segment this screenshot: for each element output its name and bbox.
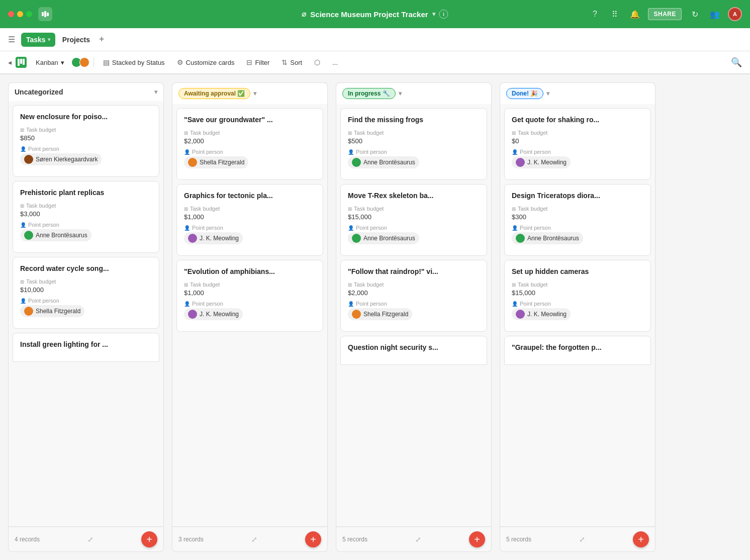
card-partial[interactable]: Install green lighting for ... [13, 333, 159, 362]
point-person-value: Shella Fitzgerald [348, 308, 480, 320]
budget-icon: ⊞ [184, 206, 188, 212]
column-header-inprogress: In progress 🔧 ▾ [336, 82, 492, 104]
task-card[interactable]: Record water cycle song... ⊞ Task budget… [13, 257, 159, 329]
share-view-button[interactable]: ⬡ [309, 56, 325, 69]
hamburger-menu[interactable]: ☰ [8, 35, 15, 44]
budget-icon: ⊞ [184, 282, 188, 288]
card-point-person-field: 👤 Point person Anne Brontësaurus [512, 225, 643, 244]
more-options-button[interactable]: ... [327, 56, 343, 69]
member-avatar-2 [79, 57, 89, 67]
task-card[interactable]: Prehistoric plant replicas ⊞ Task budget… [13, 181, 159, 253]
search-button[interactable]: 🔍 [731, 57, 742, 67]
card-partial[interactable]: Question night security s... [340, 336, 487, 365]
budget-value: $850 [20, 134, 152, 142]
tab-bar: ☰ Tasks ▾ Projects + [0, 28, 750, 51]
filter-label: Filter [255, 59, 269, 66]
records-count: 4 records [15, 536, 40, 543]
info-icon[interactable]: i [439, 10, 448, 19]
person-icon: 👤 [20, 298, 26, 304]
task-budget-label: ⊞ Task budget [512, 282, 643, 288]
point-person-label: 👤 Point person [184, 225, 316, 231]
budget-value: $3,000 [20, 210, 152, 218]
bell-icon[interactable]: 🔔 [628, 7, 642, 21]
column-chevron-icon[interactable]: ▾ [546, 90, 549, 97]
person-icon: 👤 [184, 301, 190, 307]
person-icon: 👤 [512, 301, 518, 307]
column-chevron-icon[interactable]: ▾ [253, 90, 256, 97]
task-card[interactable]: "Follow that raindrop!" vi... ⊞ Task bud… [340, 260, 487, 332]
task-card[interactable]: Design Triceratops diora... ⊞ Task budge… [504, 184, 651, 256]
grid-icon[interactable]: ⠿ [608, 7, 622, 21]
card-point-person-field: 👤 Point person J. K. Meowling [184, 225, 316, 244]
column-chevron-icon[interactable]: ▾ [399, 90, 402, 97]
person-icon: 👤 [348, 301, 354, 307]
column-footer-done: 5 records ⤢ + [500, 527, 655, 552]
people-icon[interactable]: 👥 [708, 7, 722, 21]
toolbar-collapse-icon[interactable]: ◂ [8, 58, 12, 66]
card-point-person-field: 👤 Point person Shella Fitzgerald [184, 149, 316, 168]
person-icon: 👤 [512, 149, 518, 155]
card-title: "Save our groundwater" ... [184, 116, 316, 124]
svg-rect-2 [47, 13, 49, 16]
card-title: Graphics for tectonic pla... [184, 192, 316, 200]
card-title: "Follow that raindrop!" vi... [348, 267, 480, 275]
task-card[interactable]: Set up hidden cameras ⊞ Task budget $15,… [504, 260, 651, 332]
window-title: Science Museum Project Tracker [310, 10, 428, 19]
expand-icon[interactable]: ⤢ [579, 535, 585, 543]
expand-icon[interactable]: ⤢ [415, 535, 421, 543]
close-button[interactable] [8, 11, 14, 17]
customize-cards-button[interactable]: ⚙ Customize cards [172, 56, 240, 69]
person-avatar [188, 234, 197, 243]
toolbar-divider-1 [93, 57, 94, 67]
task-card[interactable]: "Evolution of amphibians... ⊞ Task budge… [176, 260, 323, 332]
title-chevron-icon[interactable]: ▾ [432, 11, 435, 18]
point-person-value: J. K. Meowling [184, 232, 316, 244]
card-partial[interactable]: "Graupel: the forgotten p... [504, 336, 651, 365]
help-icon[interactable]: ? [588, 7, 602, 21]
maximize-button[interactable] [26, 11, 32, 17]
add-card-button[interactable]: + [469, 531, 485, 547]
card-point-person-field: 👤 Point person Anne Brontësaurus [20, 222, 152, 241]
filter-button[interactable]: ⊟ Filter [241, 56, 274, 69]
card-point-person-field: 👤 Point person Shella Fitzgerald [20, 298, 152, 317]
expand-icon[interactable]: ⤢ [251, 535, 257, 543]
card-point-person-field: 👤 Point person J. K. Meowling [512, 149, 643, 168]
point-person-value: Søren Kierkegaardvark [20, 153, 152, 165]
task-card[interactable]: New enclosure for poiso... ⊞ Task budget… [13, 105, 159, 177]
budget-value: $1,000 [184, 289, 316, 297]
task-card[interactable]: Move T-Rex skeleton ba... ⊞ Task budget … [340, 184, 487, 256]
person-avatar [24, 231, 33, 240]
stacked-icon: ▤ [103, 58, 110, 66]
stacked-by-status-button[interactable]: ▤ Stacked by Status [98, 56, 170, 69]
task-card[interactable]: Graphics for tectonic pla... ⊞ Task budg… [176, 184, 323, 256]
kanban-view-button[interactable]: Kanban ▾ [31, 56, 69, 69]
tab-tasks-chevron: ▾ [48, 37, 50, 42]
tab-add-button[interactable]: + [99, 34, 105, 45]
share-button[interactable]: SHARE [648, 8, 682, 20]
add-card-button[interactable]: + [633, 531, 649, 547]
task-card[interactable]: "Save our groundwater" ... ⊞ Task budget… [176, 108, 323, 180]
svg-rect-5 [23, 59, 25, 65]
add-card-button[interactable]: + [141, 531, 157, 547]
tab-projects[interactable]: Projects [57, 33, 95, 47]
budget-icon: ⊞ [512, 282, 516, 288]
tab-tasks[interactable]: Tasks ▾ [21, 33, 55, 47]
sort-button[interactable]: ⇅ Sort [276, 56, 307, 69]
budget-value: $2,000 [184, 137, 316, 145]
point-person-label: 👤 Point person [20, 298, 152, 304]
refresh-icon[interactable]: ↻ [688, 7, 702, 21]
add-card-button[interactable]: + [305, 531, 321, 547]
expand-icon[interactable]: ⤢ [87, 535, 93, 543]
column-header-awaiting: Awaiting approval ✅ ▾ [172, 82, 328, 104]
column-chevron-icon[interactable]: ▾ [154, 88, 157, 96]
task-card[interactable]: Get quote for shaking ro... ⊞ Task budge… [504, 108, 651, 180]
point-person-value: Anne Brontësaurus [348, 232, 480, 244]
minimize-button[interactable] [17, 11, 23, 17]
user-avatar[interactable]: A [728, 7, 742, 21]
task-card[interactable]: Find the missing frogs ⊞ Task budget $50… [340, 108, 487, 180]
card-budget-field: ⊞ Task budget $3,000 [20, 203, 152, 218]
card-title: Question night security s... [348, 343, 480, 351]
budget-value: $300 [512, 213, 643, 221]
column-header-done: Done! 🎉 ▾ [500, 82, 655, 104]
card-title: Move T-Rex skeleton ba... [348, 192, 480, 200]
